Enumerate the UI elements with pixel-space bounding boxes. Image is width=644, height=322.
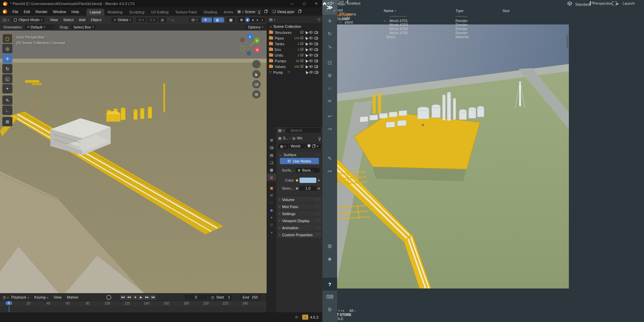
- tab-texture-paint[interactable]: Texture Paint: [172, 9, 200, 16]
- exclude-checkbox[interactable]: ☑: [300, 36, 304, 40]
- snap-tool[interactable]: ∩: [322, 82, 337, 94]
- surface-shader-dropdown[interactable]: Back...: [296, 168, 320, 173]
- marker-menu[interactable]: Marker: [64, 295, 81, 299]
- properties-search-input[interactable]: Search: [286, 128, 321, 133]
- new-viewlayer-icon[interactable]: [298, 10, 301, 13]
- record-button[interactable]: [106, 295, 111, 300]
- proportional-edit-toggle[interactable]: ◎: [158, 17, 166, 22]
- asset-row[interactable]: ≈ Mesh.4703 Render: [381, 23, 569, 27]
- render-visibility-icon[interactable]: [314, 48, 318, 51]
- data-properties-tab[interactable]: ▽: [267, 221, 276, 229]
- selectable-icon[interactable]: [304, 47, 308, 51]
- folder-plant-glb[interactable]: plant.glb: [322, 13, 381, 17]
- selectable-icon[interactable]: [304, 42, 308, 46]
- home-button[interactable]: [322, 1, 327, 6]
- viewport-display-section[interactable]: ›Viewport Display∷∷: [277, 217, 322, 224]
- solid-shading-icon[interactable]: ●: [245, 17, 250, 22]
- render-visibility-icon[interactable]: [314, 60, 318, 62]
- asset-row[interactable]: ≈ Mesh.4705 Render: [381, 31, 569, 35]
- world-properties-tab[interactable]: ◍: [267, 174, 276, 181]
- close-button[interactable]: ✕: [310, 0, 322, 7]
- outliner-row-env[interactable]: Env 2 ☑: [267, 47, 322, 52]
- constraints-properties-tab[interactable]: ⌖: [267, 214, 276, 221]
- fullscreen-button[interactable]: [612, 1, 616, 6]
- outliner-row-valves[interactable]: Valves 259 ☑: [267, 64, 322, 69]
- column-type[interactable]: Type: [455, 9, 464, 13]
- jump-to-start-button[interactable]: ▮◀: [120, 295, 126, 300]
- scene-properties-tab[interactable]: ▦: [267, 166, 276, 174]
- select-box-tool[interactable]: ▢: [2, 34, 12, 43]
- hide-icon[interactable]: [309, 71, 313, 73]
- timeline-view-menu[interactable]: View: [51, 295, 64, 299]
- scene-collection-label[interactable]: Scene Collection: [273, 24, 301, 28]
- new-world-icon[interactable]: [312, 145, 315, 148]
- modifier-properties-tab[interactable]: ⚒: [267, 192, 276, 199]
- viewlayer-properties-tab[interactable]: ❏: [267, 159, 276, 166]
- entity-panel-tab[interactable]: ENTITY: [322, 289, 644, 293]
- add-asset-button[interactable]: +: [338, 309, 340, 313]
- folder-skybox[interactable]: Skybox: [322, 17, 381, 21]
- hide-icon[interactable]: [309, 60, 313, 62]
- bake-lighting-button[interactable]: [322, 139, 337, 152]
- render-visibility-icon[interactable]: [314, 54, 318, 57]
- asset-row[interactable]: ≈ Mesh.4704 Render: [381, 27, 569, 31]
- custom-properties-section[interactable]: ›Custom Properties∷∷: [277, 232, 322, 238]
- outliner-filter-icon[interactable]: ▽: [318, 17, 320, 22]
- viewport-ortho-button[interactable]: ⊞: [252, 90, 261, 99]
- animation-section[interactable]: ›Animation∷∷: [277, 224, 322, 231]
- undo-button[interactable]: ↩: [322, 110, 337, 123]
- falloff-dropdown[interactable]: ◠: [168, 18, 174, 22]
- menu-select[interactable]: Select: [60, 18, 76, 22]
- prev-keyframe-button[interactable]: ◀◀: [126, 295, 132, 300]
- selectable-icon[interactable]: [305, 70, 309, 74]
- outliner-row-tanks[interactable]: Tanks 4 ☑: [267, 41, 322, 47]
- menu-window[interactable]: Window: [50, 10, 69, 14]
- wireframe-shading-icon[interactable]: ⊕: [240, 18, 243, 22]
- redo-button[interactable]: ↪: [322, 123, 337, 135]
- discord-icon[interactable]: ☻: [322, 252, 337, 265]
- world-name-field[interactable]: World: [289, 144, 305, 148]
- particles-properties-tab[interactable]: ∷: [267, 199, 276, 206]
- overlays-dropdown[interactable]: ◍: [213, 17, 224, 22]
- tab-uv-editing[interactable]: UV Editing: [148, 9, 172, 16]
- pin-id-icon[interactable]: [318, 137, 321, 139]
- volume-section[interactable]: ›Volume∷∷: [277, 196, 322, 203]
- world-local-toggle[interactable]: ⊕: [322, 69, 337, 82]
- frame-start-field[interactable]: ◷ Start1: [209, 295, 232, 300]
- render-properties-tab[interactable]: [267, 144, 276, 151]
- feedback-icon[interactable]: [322, 265, 337, 278]
- viewport-camera-button[interactable]: [252, 80, 261, 88]
- assets-scrollbar[interactable]: [567, 35, 568, 48]
- asset-type-filter-dropdown[interactable]: All ▾: [349, 309, 356, 313]
- menu-help[interactable]: Help: [69, 10, 82, 14]
- render-visibility-icon[interactable]: [314, 31, 318, 34]
- mode-dropdown[interactable]: Object Mode: [11, 17, 44, 22]
- blender-3d-viewport[interactable]: ▢ ◎ ✛ ↻ ◱ ⌖ ✎ ∟ ⊞ User Perspective (0) S…: [0, 30, 267, 293]
- menu-object[interactable]: Object: [88, 18, 104, 22]
- exclude-checkbox[interactable]: ☑: [300, 65, 304, 68]
- exclude-checkbox[interactable]: ☑: [300, 59, 304, 63]
- menu-add[interactable]: Add: [76, 18, 88, 22]
- orientation-value-dropdown[interactable]: ⌖ Default: [25, 24, 54, 29]
- editor-settings-icon[interactable]: ⚙: [322, 303, 337, 316]
- render-visibility-icon[interactable]: [314, 37, 318, 40]
- render-visibility-icon[interactable]: [314, 43, 318, 45]
- outliner-row-pipes[interactable]: Pipes 178 ☑: [267, 35, 322, 41]
- jump-to-end-button[interactable]: ▶▮: [150, 295, 156, 300]
- next-keyframe-button[interactable]: ▶▶: [144, 295, 150, 300]
- visibility-dropdown[interactable]: [189, 18, 200, 22]
- playback-menu[interactable]: Playback: [9, 295, 32, 299]
- move-tool[interactable]: ✛: [2, 54, 12, 63]
- asset-reimport-button[interactable]: ↦: [341, 309, 344, 313]
- launch-button[interactable]: ▶ Launch: [616, 1, 635, 6]
- timeline-editor-icon[interactable]: ◷: [3, 295, 9, 300]
- visibility-tool[interactable]: [322, 94, 337, 107]
- properties-editor-icon[interactable]: ▤: [278, 128, 284, 133]
- outliner-editor-icon[interactable]: ▤: [269, 17, 275, 22]
- menu-render[interactable]: Render: [33, 10, 50, 14]
- settings-button[interactable]: ⚙: [327, 1, 330, 6]
- menu-edit[interactable]: Edit: [21, 10, 33, 14]
- world-breadcrumb-icon[interactable]: ◍: [292, 136, 296, 140]
- timeline-ruler[interactable]: 0 20 40 60 80 100 120 140 160 180 200 22…: [0, 301, 267, 306]
- strength-keyframe-dot[interactable]: [318, 188, 320, 189]
